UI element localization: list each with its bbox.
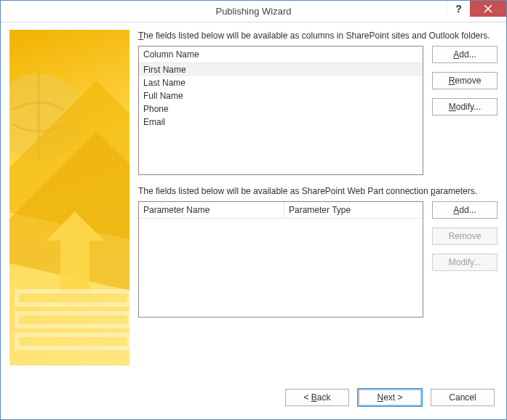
back-button[interactable]: < Back (285, 389, 349, 406)
params-listbox[interactable]: Parameter Name Parameter Type (138, 201, 423, 318)
help-button[interactable]: ? (447, 1, 470, 17)
columns-section: Column Name First Name Last Name Full Na… (138, 46, 498, 175)
window-title: Publishing Wizard (215, 6, 291, 17)
publishing-wizard-dialog: Publishing Wizard ? (0, 0, 507, 420)
list-item[interactable]: First Name (139, 63, 423, 76)
svg-rect-7 (17, 335, 129, 348)
params-add-button[interactable]: Add... (432, 201, 498, 219)
columns-header-row: Column Name (139, 47, 423, 63)
list-item[interactable]: Last Name (139, 76, 423, 89)
params-remove-button: Remove (432, 227, 498, 245)
svg-rect-3 (60, 241, 89, 291)
columns-intro-text: The fields listed below will be availabl… (138, 30, 498, 41)
titlebar-controls: ? (447, 1, 506, 22)
columns-list-body: First Name Last Name Full Name Phone Ema… (139, 63, 423, 174)
params-header-row: Parameter Name Parameter Type (139, 202, 423, 219)
columns-remove-button[interactable]: Remove (432, 72, 498, 89)
list-item[interactable]: Phone (139, 102, 423, 116)
columns-button-column: Add... Remove Modify... (432, 46, 498, 116)
cancel-button[interactable]: Cancel (431, 389, 495, 406)
params-button-column: Add... Remove Modify... (432, 201, 498, 271)
list-item[interactable]: Email (139, 116, 423, 129)
columns-modify-button[interactable]: Modify... (432, 98, 498, 116)
columns-add-button[interactable]: Add... (432, 46, 498, 63)
dialog-body: The fields listed below will be availabl… (1, 23, 506, 419)
close-button[interactable] (470, 1, 506, 17)
columns-header-name[interactable]: Column Name (139, 47, 423, 62)
params-header-type[interactable]: Parameter Type (284, 202, 423, 218)
wizard-footer: < Back Next > Cancel (1, 376, 506, 419)
params-section: Parameter Name Parameter Type Add... Rem… (138, 201, 498, 318)
columns-listbox[interactable]: Column Name First Name Last Name Full Na… (138, 46, 423, 175)
params-header-name[interactable]: Parameter Name (139, 202, 284, 218)
main-panel: The fields listed below will be availabl… (138, 30, 498, 376)
content-row: The fields listed below will be availabl… (1, 23, 506, 376)
params-intro-text: The fields listed below will be availabl… (138, 185, 498, 197)
svg-rect-5 (17, 291, 129, 304)
params-modify-button: Modify... (432, 254, 498, 271)
wizard-sidebar-art (9, 30, 129, 366)
titlebar: Publishing Wizard ? (1, 1, 506, 23)
svg-rect-6 (17, 313, 129, 326)
params-list-body (139, 219, 423, 317)
help-icon: ? (455, 3, 462, 15)
next-button[interactable]: Next > (358, 389, 422, 406)
list-item[interactable]: Full Name (139, 89, 423, 102)
close-icon (484, 4, 492, 13)
